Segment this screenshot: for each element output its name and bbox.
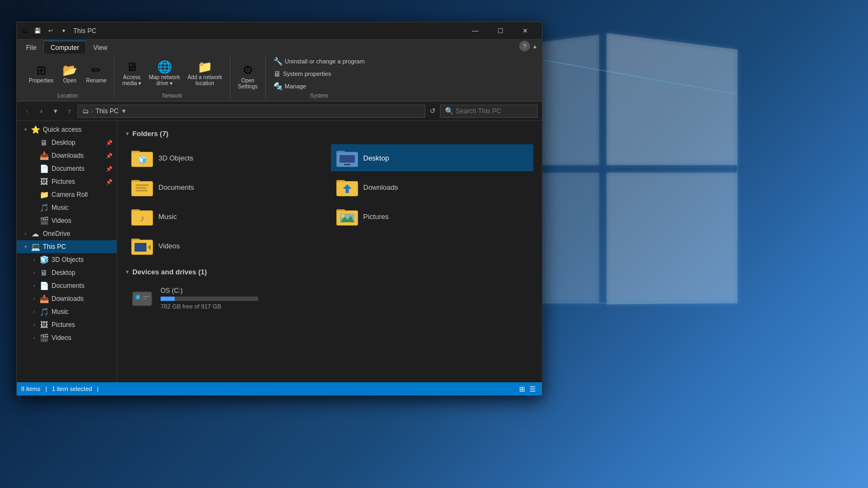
add-location-icon: 📁 (197, 61, 212, 73)
add-network-location-button[interactable]: 📁 Add a networklocation (184, 59, 226, 88)
system-group-label: System (310, 93, 328, 99)
sidebar-item-videos[interactable]: 🎬 Videos (17, 214, 117, 227)
ribbon-group-location: ⊞ Properties 📂 Open ✏ Rename Location (21, 56, 114, 99)
sidebar-item-pictures-pc[interactable]: › 🖼 Pictures (17, 318, 117, 331)
uninstall-icon: 🔧 (273, 57, 283, 66)
tab-view[interactable]: View (86, 41, 114, 54)
tab-computer[interactable]: Computer (43, 41, 86, 54)
folders-chevron-icon: ▾ (126, 130, 129, 137)
onedrive-expand-icon: › (21, 231, 30, 236)
sidebar-item-music[interactable]: 🎵 Music (17, 201, 117, 214)
quick-access-icon: ⭐ (30, 125, 41, 134)
sidebar-item-desktop[interactable]: 🖥 Desktop 📌 (17, 136, 117, 149)
maximize-button[interactable]: ☐ (488, 22, 513, 40)
camera-roll-sidebar-icon: 📁 (39, 190, 49, 199)
open-icon: 📂 (62, 65, 77, 76)
music-folder-icon: ♪ (131, 207, 153, 226)
folders-grid: 🧊 3D Objects (126, 144, 533, 259)
sidebar-item-downloads[interactable]: 📥 Downloads 📌 (17, 149, 117, 162)
rename-button[interactable]: ✏ Rename (83, 62, 110, 86)
folder-item-pictures[interactable]: Pictures (331, 203, 534, 230)
videos-folder-name: Videos (158, 242, 180, 250)
qat-dropdown-btn[interactable]: ▾ (58, 25, 69, 36)
svg-rect-16 (344, 164, 350, 165)
manage-button[interactable]: 🔩 Manage (270, 81, 368, 92)
devices-section-header[interactable]: ▾ Devices and drives (1) (126, 268, 533, 276)
drive-item-c[interactable]: OS (C:) 782 GB free of 917 GB (126, 282, 533, 314)
downloads-folder-icon (336, 178, 358, 196)
sidebar-item-this-pc[interactable]: ▾ 💻 This PC (17, 240, 117, 253)
downloads-folder-name: Downloads (363, 183, 398, 191)
open-settings-button[interactable]: ⚙ OpenSettings (235, 62, 261, 92)
onedrive-icon: ☁ (30, 229, 41, 238)
pictures-pin-icon: 📌 (106, 179, 117, 185)
refresh-button[interactable]: ↺ (427, 107, 438, 115)
sidebar-item-downloads-pc[interactable]: › 📥 Downloads (17, 292, 117, 305)
sidebar-item-pictures[interactable]: 🖼 Pictures 📌 (17, 175, 117, 188)
back-button[interactable]: ‹ (21, 105, 33, 117)
window-title: This PC (73, 27, 97, 35)
map-network-drive-button[interactable]: 🌐 Map networkdrive ▾ (145, 59, 183, 88)
medium-icons-view-button[interactable]: ⊞ (518, 385, 527, 393)
qat-save-btn[interactable]: 💾 (32, 25, 43, 36)
search-input[interactable] (456, 107, 537, 115)
svg-rect-21 (136, 187, 146, 189)
drive-c-space: 782 GB free of 917 GB (161, 303, 258, 310)
pictures-pc-sidebar-icon: 🖼 (39, 320, 49, 329)
folder-item-music[interactable]: ♪ Music (126, 203, 329, 230)
system-properties-button[interactable]: 🖥 System properties (270, 68, 368, 79)
uninstall-label: Uninstall or change a program (285, 58, 365, 65)
minimize-button[interactable]: — (463, 22, 488, 40)
documents-folder-icon (131, 178, 153, 196)
music-folder-name: Music (158, 213, 177, 221)
address-path[interactable]: 🗂 › This PC ▾ (78, 105, 425, 118)
address-dropdown-button[interactable]: ▾ (121, 107, 127, 115)
folder-item-documents[interactable]: Documents (126, 174, 329, 201)
downloads-sidebar-icon: 📥 (39, 151, 49, 160)
downloads-pc-sidebar-label: Downloads (52, 295, 84, 303)
open-settings-label: OpenSettings (238, 78, 258, 89)
folders-section-header[interactable]: ▾ Folders (7) (126, 130, 533, 138)
folder-item-3d-objects[interactable]: 🧊 3D Objects (126, 144, 329, 171)
documents-pc-sidebar-icon: 📄 (39, 281, 49, 290)
svg-rect-15 (340, 155, 355, 163)
sidebar: ▾ ⭐ Quick access 🖥 Desktop 📌 📥 Downloads… (17, 121, 117, 382)
forward-button[interactable]: › (35, 105, 47, 117)
open-settings-icon: ⚙ (242, 65, 253, 76)
uninstall-programs-button[interactable]: 🔧 Uninstall or change a program (270, 56, 368, 67)
sidebar-item-music-pc[interactable]: › 🎵 Music (17, 305, 117, 318)
search-box[interactable]: 🔍 (440, 105, 538, 118)
sidebar-item-quick-access[interactable]: ▾ ⭐ Quick access (17, 123, 117, 136)
close-button[interactable]: ✕ (513, 22, 538, 40)
recent-locations-button[interactable]: ▾ (49, 105, 61, 117)
sidebar-item-documents[interactable]: 📄 Documents 📌 (17, 162, 117, 175)
sidebar-item-videos-pc[interactable]: › 🎬 Videos (17, 331, 117, 344)
sidebar-item-3d-objects[interactable]: › 🧊 3D Objects (17, 253, 117, 266)
music-sidebar-label: Music (52, 204, 68, 211)
music-sidebar-icon: 🎵 (39, 203, 49, 212)
ribbon-collapse-button[interactable]: ▲ (532, 43, 538, 49)
details-view-button[interactable]: ☰ (528, 385, 538, 393)
system-items: 🔧 Uninstall or change a program 🖥 System… (270, 56, 368, 92)
open-button[interactable]: 📂 Open (58, 62, 82, 86)
explorer-app-icon: 🗂 (21, 27, 30, 35)
file-content-area: ▾ Folders (7) 🧊 3D Objects (117, 121, 542, 382)
sidebar-item-documents-pc[interactable]: › 📄 Documents (17, 279, 117, 292)
sidebar-item-camera-roll[interactable]: 📁 Camera Roll (17, 188, 117, 201)
access-media-button[interactable]: 🖥 Accessmedia ▾ (119, 59, 144, 88)
svg-rect-42 (132, 292, 152, 306)
manage-label: Manage (285, 83, 307, 89)
sidebar-item-desktop-pc[interactable]: › 🖥 Desktop (17, 266, 117, 279)
help-button[interactable]: ? (519, 41, 530, 52)
folder-item-desktop[interactable]: Desktop (331, 144, 534, 171)
svg-point-36 (341, 214, 344, 217)
music-pc-expand-icon: › (30, 309, 39, 314)
tab-file[interactable]: File (19, 41, 43, 54)
sidebar-item-onedrive[interactable]: › ☁ OneDrive (17, 227, 117, 240)
up-button[interactable]: ↑ (63, 105, 75, 117)
folder-item-videos[interactable]: Videos (126, 232, 329, 259)
properties-button[interactable]: ⊞ Properties (25, 62, 57, 86)
folder-item-downloads[interactable]: Downloads (331, 174, 534, 201)
qat-undo-btn[interactable]: ↩ (45, 25, 56, 36)
drive-c-info: OS (C:) 782 GB free of 917 GB (161, 287, 258, 310)
